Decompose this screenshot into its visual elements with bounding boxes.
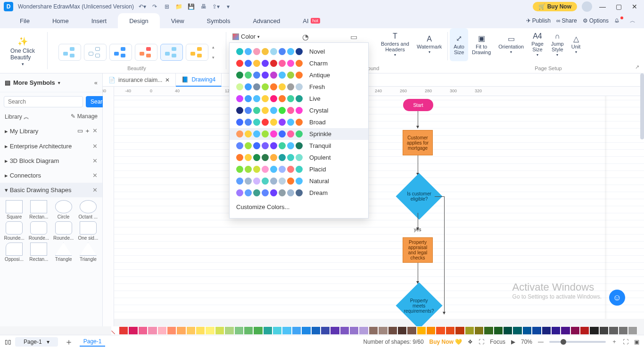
print-icon[interactable]: 🖶 — [200, 3, 207, 10]
palette-row-charm[interactable]: Charm — [230, 57, 368, 69]
library-basic-shapes[interactable]: ▾ Basic Drawing Shapes✕ — [0, 183, 102, 197]
page-setup-launcher-icon[interactable]: ↗ — [635, 64, 639, 70]
flow-arrow[interactable] — [418, 111, 418, 128]
one-click-beautify-button[interactable]: ✨ One Click Beautify ▾ — [4, 30, 41, 72]
focus-mode-icon[interactable]: ⛶ — [479, 339, 484, 345]
page-outline-icon[interactable]: ▯▯ — [5, 339, 11, 345]
palette-row-novel[interactable]: Novel — [230, 46, 368, 57]
fit-width-icon[interactable]: ▣ — [634, 339, 639, 345]
quick-color-strip[interactable] — [111, 326, 637, 335]
more-qat-icon[interactable]: ▾ — [224, 3, 232, 10]
new-icon[interactable]: ⊞ — [163, 3, 171, 10]
shape-square[interactable]: Square — [3, 200, 25, 219]
preset-scroll-down[interactable]: ▾ — [212, 55, 215, 60]
export-icon[interactable]: ⇪▾ — [212, 3, 220, 10]
publish-button[interactable]: ✈ Publish — [526, 17, 551, 24]
undo-icon[interactable]: ↶▾ — [139, 3, 146, 10]
palette-row-opulent[interactable]: Opulent — [230, 152, 368, 163]
orientation-button[interactable]: ▭Orientation▾ — [495, 28, 528, 61]
jump-style-button[interactable]: ∩Jump Style▾ — [547, 28, 568, 61]
options-button[interactable]: ⚙ Options — [583, 17, 609, 24]
fit-to-drawing-button[interactable]: ▣Fit to Drawing — [468, 28, 495, 61]
notifications-icon[interactable]: 🕭 — [614, 17, 624, 24]
library-label[interactable]: Library ︽ — [5, 113, 29, 121]
menu-design[interactable]: Design — [118, 13, 159, 28]
ribbon-icon-1[interactable]: ◔ — [300, 31, 311, 42]
share-button[interactable]: ∞ Share — [556, 17, 577, 24]
palette-row-sprinkle[interactable]: Sprinkle — [230, 128, 368, 140]
shape-rounde[interactable]: Rounde... — [27, 221, 50, 241]
add-page-button[interactable]: ＋ — [62, 336, 76, 348]
menu-ai[interactable]: AIhot — [291, 13, 331, 28]
menu-symbols[interactable]: Symbols — [196, 13, 242, 28]
color-dropdown-button[interactable]: Color▾ — [229, 31, 263, 42]
save-icon[interactable]: 💾 — [188, 3, 195, 10]
fit-page-icon[interactable]: ⛶ — [623, 339, 628, 345]
menu-view[interactable]: View — [160, 13, 196, 28]
shape-rounde[interactable]: Rounde... — [52, 221, 75, 241]
flow-start[interactable]: Start — [403, 99, 433, 111]
ribbon-icon-2[interactable]: ▭ — [348, 31, 359, 42]
palette-row-broad[interactable]: Broad — [230, 116, 368, 128]
collapse-ribbon-icon[interactable]: ︿ — [630, 17, 636, 25]
library-3d-block[interactable]: ▸ 3D Block Diagram✕ — [0, 154, 102, 168]
palette-row-natural[interactable]: Natural — [230, 175, 368, 187]
shape-triangle[interactable]: Triangle — [52, 243, 75, 262]
watermark-button[interactable]: AWatermark▾ — [413, 28, 446, 61]
page-select-dropdown[interactable]: Page-1 ▾ — [15, 337, 58, 347]
beautify-preset-1[interactable] — [58, 44, 81, 61]
library-connectors[interactable]: ▸ Connectors✕ — [0, 168, 102, 183]
layers-icon[interactable]: ❖ — [468, 339, 473, 345]
preset-scroll-up[interactable]: ▴ — [212, 45, 215, 49]
collapse-sidebar-icon[interactable]: « — [94, 79, 98, 86]
minimize-button[interactable]: — — [597, 3, 608, 10]
zoom-out-button[interactable]: — — [538, 339, 544, 345]
menu-home[interactable]: Home — [41, 13, 80, 28]
shape-opposi[interactable]: Opposi... — [3, 243, 25, 262]
flow-arrow-v[interactable] — [444, 196, 445, 314]
flow-process-2[interactable]: Property appraisal and legal checks — [403, 237, 433, 263]
page-tab[interactable]: Page-1 — [80, 337, 106, 347]
beautify-preset-3[interactable] — [109, 44, 132, 61]
buy-now-button[interactable]: 🛒 Buy Now — [533, 2, 577, 11]
page-size-button[interactable]: A4Page Size▾ — [528, 28, 547, 61]
customize-colors-button[interactable]: Customize Colors... — [230, 199, 368, 215]
more-symbols-button[interactable]: More Symbols — [13, 79, 55, 86]
manage-library-button[interactable]: ✎ Manage — [71, 113, 98, 121]
zoom-slider[interactable] — [549, 341, 606, 343]
maximize-button[interactable]: ▢ — [613, 3, 624, 10]
buy-now-status[interactable]: Buy Now 💛 — [429, 339, 462, 345]
flow-arrow-h[interactable] — [435, 196, 444, 197]
palette-row-placid[interactable]: Placid — [230, 163, 368, 175]
beautify-preset-2[interactable] — [84, 44, 107, 61]
focus-button[interactable]: Focus — [490, 339, 505, 345]
palette-row-antique[interactable]: Antique — [230, 69, 368, 81]
shape-rectan[interactable]: Rectan... — [27, 200, 50, 219]
help-chat-button[interactable]: ☺ — [609, 290, 625, 306]
shape-rounde[interactable]: Rounde... — [3, 221, 25, 241]
drawing-canvas[interactable]: Start Customer applies for mortgage Is c… — [114, 96, 644, 319]
shape-rectan[interactable]: Rectan... — [27, 243, 50, 262]
redo-icon[interactable]: ↷ — [151, 3, 158, 10]
flow-arrow[interactable] — [418, 263, 418, 283]
zoom-in-button[interactable]: ＋ — [611, 338, 617, 346]
menu-insert[interactable]: Insert — [80, 13, 118, 28]
menu-advanced[interactable]: Advanced — [241, 13, 291, 28]
close-button[interactable]: ✕ — [629, 3, 640, 10]
flow-arrow[interactable] — [418, 155, 418, 175]
borders-headers-button[interactable]: TBorders and Headers▾ — [377, 28, 413, 61]
flow-decision-2[interactable]: Property meets requirements? — [396, 283, 443, 326]
palette-row-tranquil[interactable]: Tranquil — [230, 140, 368, 152]
shape-circle[interactable]: Circle — [52, 200, 75, 219]
symbol-search-input[interactable] — [4, 96, 83, 107]
menu-file[interactable]: File — [8, 13, 41, 28]
beautify-preset-5[interactable] — [160, 44, 183, 61]
library-my-library[interactable]: ▸ My Library▭ ＋ ✕ — [0, 123, 102, 139]
palette-row-fresh[interactable]: Fresh — [230, 81, 368, 93]
open-icon[interactable]: 📁 — [175, 3, 183, 10]
flow-process-1[interactable]: Customer applies for mortgage — [403, 130, 433, 155]
vertical-scrollbar[interactable] — [640, 73, 644, 139]
beautify-preset-6[interactable] — [186, 44, 208, 61]
presentation-icon[interactable]: ▶ — [511, 339, 515, 345]
unit-button[interactable]: △Unit▾ — [568, 28, 585, 61]
